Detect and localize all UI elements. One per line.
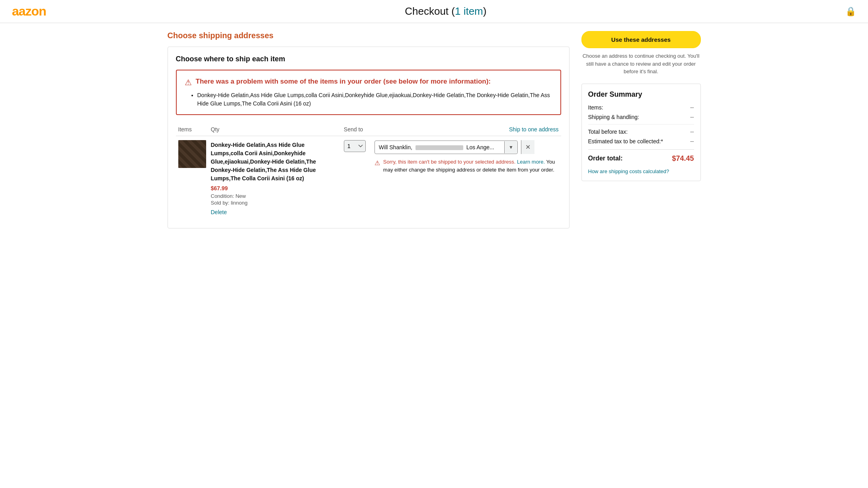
header: aazon Checkout (1 item) 🔒	[0, 0, 868, 23]
col-send-to: Send to	[341, 123, 372, 136]
items-value: --	[690, 104, 694, 111]
error-title-text: There was a problem with some of the ite…	[196, 77, 491, 86]
ship-to-one-address-link[interactable]: Ship to one address	[509, 126, 559, 133]
product-info-cell: Donkey-Hide Gelatin,Ass Hide Glue Lumps,…	[209, 136, 341, 221]
total-before-tax-label: Total before tax:	[588, 129, 628, 135]
total-before-tax-value: --	[690, 129, 694, 135]
product-name: Donkey-Hide Gelatin,Ass Hide Glue Lumps,…	[211, 141, 335, 183]
error-list: Donkey-Hide Gelatin,Ass Hide Glue Lumps,…	[185, 91, 552, 108]
order-total-label: Order total:	[588, 155, 623, 162]
shipping-label: Shipping & handling:	[588, 114, 639, 120]
order-total-value: $74.45	[672, 154, 694, 163]
shipping-error-icon: ⚠	[375, 158, 380, 168]
address-blurred	[415, 145, 463, 150]
shipping-value: --	[690, 114, 694, 120]
logo-mazon: azon	[19, 4, 46, 18]
shipping-error-message: ⚠ Sorry, this item can't be shipped to y…	[375, 158, 559, 174]
error-box: ⚠ There was a problem with some of the i…	[176, 70, 561, 115]
product-sold-by: Sold by: linnong	[211, 200, 335, 206]
amazon-logo[interactable]: aazon	[12, 4, 46, 19]
order-summary-title: Order Summary	[588, 90, 694, 99]
logo-a: a	[12, 4, 19, 18]
address-dropdown[interactable]: Will Shanklin, Los Ange... ▼	[375, 141, 518, 154]
use-addresses-button[interactable]: Use these addresses	[581, 31, 701, 48]
lock-icon: 🔒	[845, 6, 856, 17]
shipping-error-sorry: Sorry, this item can't be shipped to you…	[383, 159, 515, 165]
left-content: Choose shipping addresses Choose where t…	[168, 31, 570, 228]
col-qty: Qty	[209, 123, 341, 136]
error-list-item: Donkey-Hide Gelatin,Ass Hide Glue Lumps,…	[197, 91, 552, 108]
col-ship-one: Ship to one address	[372, 123, 561, 136]
address-name: Will Shanklin,	[379, 144, 412, 150]
ship-section: Choose where to ship each item ⚠ There w…	[168, 47, 570, 228]
col-items: Items	[176, 123, 209, 136]
summary-row-shipping: Shipping & handling: --	[588, 114, 694, 120]
address-text: Will Shanklin, Los Ange...	[375, 141, 504, 154]
learn-more-link[interactable]: Learn more.	[517, 159, 545, 165]
product-condition: Condition: New	[211, 193, 335, 199]
page-title: Checkout (1 item)	[405, 5, 486, 18]
sidebar-help-text: Choose an address to continue checking o…	[581, 52, 701, 76]
product-thumbnail	[178, 140, 206, 168]
address-city: Los Ange...	[466, 144, 494, 150]
order-total-row: Order total: $74.45	[588, 149, 694, 163]
summary-row-tax: Estimated tax to be collected:* --	[588, 138, 694, 144]
qty-cell: 1 2 3	[341, 136, 372, 221]
chevron-down-icon[interactable]: ▼	[504, 141, 517, 153]
close-icon[interactable]: ✕	[521, 140, 534, 154]
product-info: Donkey-Hide Gelatin,Ass Hide Glue Lumps,…	[211, 141, 339, 215]
address-cell: Will Shanklin, Los Ange... ▼ ✕	[372, 136, 561, 221]
summary-divider	[588, 124, 694, 125]
error-icon: ⚠	[185, 78, 192, 87]
error-header: ⚠ There was a problem with some of the i…	[185, 77, 552, 87]
product-image-cell	[176, 136, 209, 221]
order-summary-box: Order Summary Items: -- Shipping & handl…	[581, 84, 701, 181]
tax-label: Estimated tax to be collected:*	[588, 138, 663, 144]
items-label: Items:	[588, 104, 603, 111]
delete-link[interactable]: Delete	[211, 209, 227, 215]
ship-section-title: Choose where to ship each item	[176, 55, 561, 63]
tax-value: --	[690, 138, 694, 144]
page-heading: Choose shipping addresses	[168, 31, 570, 40]
items-table: Items Qty Send to Ship to one address	[176, 123, 561, 220]
summary-row-total-before-tax: Total before tax: --	[588, 129, 694, 135]
table-row: Donkey-Hide Gelatin,Ass Hide Glue Lumps,…	[176, 136, 561, 221]
summary-row-items: Items: --	[588, 104, 694, 111]
right-sidebar: Use these addresses Choose an address to…	[581, 31, 701, 181]
main-layout: Choose shipping addresses Choose where t…	[156, 23, 713, 236]
product-image	[178, 140, 206, 168]
shipping-costs-link[interactable]: How are shipping costs calculated?	[588, 168, 694, 174]
qty-select[interactable]: 1 2 3	[344, 140, 366, 152]
shipping-error-text-container: Sorry, this item can't be shipped to you…	[383, 158, 559, 174]
product-price: $67.99	[211, 185, 335, 191]
